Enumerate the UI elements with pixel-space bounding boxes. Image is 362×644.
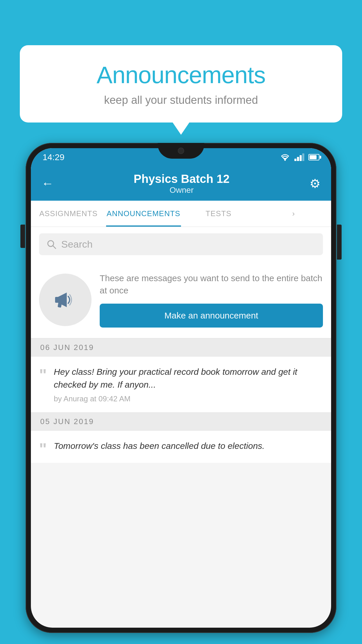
status-time: 14:29 — [43, 152, 64, 162]
announcement-text-1: Hey class! Bring your practical record b… — [54, 365, 323, 391]
date-divider-2: 05 JUN 2019 — [31, 412, 331, 431]
batch-subtitle: Owner — [133, 186, 229, 195]
svg-rect-8 — [55, 297, 59, 303]
batch-title: Physics Batch 12 — [133, 172, 229, 186]
svg-rect-4 — [302, 153, 304, 161]
phone-container: 14:29 — [26, 143, 336, 644]
announcement-right: These are messages you want to send to t… — [100, 272, 323, 328]
announcement-text-2: Tomorrow's class has been cancelled due … — [54, 440, 323, 452]
quote-icon-1: " — [39, 367, 47, 383]
speech-bubble-subtitle: keep all your students informed — [37, 94, 325, 106]
camera — [178, 148, 184, 154]
speech-bubble-title: Announcements — [37, 61, 325, 89]
app-header: ← Physics Batch 12 Owner ⚙ — [31, 166, 331, 201]
date-label-1: 06 JUN 2019 — [40, 343, 94, 352]
announcement-content-1: Hey class! Bring your practical record b… — [54, 365, 323, 403]
wifi-icon — [280, 153, 290, 161]
tab-tests[interactable]: TESTS — [181, 201, 256, 227]
search-icon — [47, 239, 57, 249]
signal-icon — [294, 153, 304, 161]
svg-rect-3 — [300, 155, 302, 161]
date-label-2: 05 JUN 2019 — [40, 417, 94, 426]
announcement-content-2: Tomorrow's class has been cancelled due … — [54, 440, 323, 452]
speech-bubble-section: Announcements keep all your students inf… — [20, 45, 342, 123]
speech-bubble: Announcements keep all your students inf… — [20, 45, 342, 123]
svg-rect-1 — [294, 159, 296, 161]
announcement-item-1[interactable]: " Hey class! Bring your practical record… — [31, 357, 331, 412]
announcement-prompt: These are messages you want to send to t… — [31, 262, 331, 338]
search-placeholder: Search — [61, 239, 93, 250]
date-divider-1: 06 JUN 2019 — [31, 338, 331, 357]
search-container: Search — [31, 227, 331, 262]
announcement-description: These are messages you want to send to t… — [100, 272, 323, 297]
make-announcement-button[interactable]: Make an announcement — [100, 304, 323, 328]
svg-rect-2 — [297, 157, 299, 161]
status-icons — [280, 153, 319, 161]
tab-assignments[interactable]: ASSIGNMENTS — [31, 201, 106, 227]
settings-button[interactable]: ⚙ — [310, 176, 321, 191]
quote-icon-2: " — [39, 441, 47, 457]
tab-announcements[interactable]: ANNOUNCEMENTS — [106, 201, 181, 227]
announcement-item-2[interactable]: " Tomorrow's class has been cancelled du… — [31, 431, 331, 463]
search-bar[interactable]: Search — [39, 233, 323, 255]
tab-more[interactable]: › — [256, 201, 331, 227]
tabs-bar: ASSIGNMENTS ANNOUNCEMENTS TESTS › — [31, 201, 331, 227]
header-title-group: Physics Batch 12 Owner — [133, 172, 229, 195]
notch — [158, 143, 204, 159]
announcement-meta-1: by Anurag at 09:42 AM — [54, 394, 323, 403]
svg-line-6 — [53, 246, 56, 249]
megaphone-icon — [51, 285, 80, 314]
announcement-icon-circle — [39, 274, 92, 326]
svg-point-0 — [284, 160, 286, 161]
battery-icon — [308, 154, 319, 160]
phone-screen: 14:29 — [31, 148, 331, 628]
phone-outer: 14:29 — [26, 143, 336, 633]
back-button[interactable]: ← — [41, 176, 54, 190]
